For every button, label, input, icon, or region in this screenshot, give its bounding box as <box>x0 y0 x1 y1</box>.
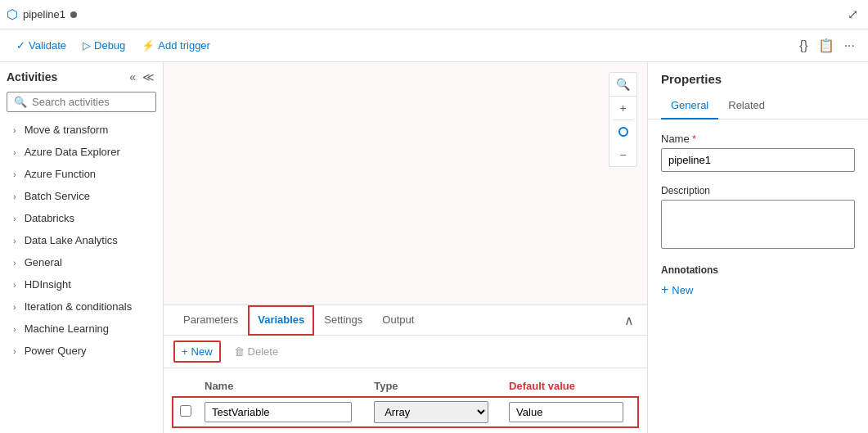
trigger-icon: ⚡ <box>142 39 155 52</box>
debug-icon: ▷ <box>83 39 91 52</box>
search-input[interactable] <box>32 96 149 108</box>
sidebar-icons: « ≪ <box>128 69 156 85</box>
name-required: * <box>692 133 696 145</box>
search-box: 🔍 <box>7 92 156 112</box>
sidebar-item-batch-service[interactable]: › Batch Service <box>0 185 163 207</box>
sidebar-item-power-query[interactable]: › Power Query <box>0 340 163 362</box>
chevron-icon: › <box>13 280 16 290</box>
debug-button[interactable]: ▷ Debug <box>76 36 132 55</box>
chevron-icon: › <box>13 324 16 334</box>
top-bar-left: ⬡ pipeline1 <box>7 7 841 22</box>
zoom-controls: 🔍 + − <box>609 72 637 167</box>
variable-name-input[interactable] <box>205 402 352 422</box>
zoom-slider[interactable] <box>618 120 628 143</box>
description-field: Description <box>661 185 855 251</box>
add-trigger-button[interactable]: ⚡ Add trigger <box>135 36 217 55</box>
canvas-main: 🔍 + − <box>164 62 647 304</box>
sidebar-item-azure-data-explorer[interactable]: › Azure Data Explorer <box>0 141 163 163</box>
row-checkbox[interactable] <box>180 405 191 417</box>
more-options-icon[interactable]: ··· <box>841 37 858 55</box>
annotations-label: Annotations <box>661 264 855 276</box>
sidebar-item-label: Data Lake Analytics <box>25 234 118 246</box>
delete-icon: 🗑 <box>234 345 245 358</box>
sidebar-item-label: Move & transform <box>25 124 109 136</box>
tab-parameters[interactable]: Parameters <box>173 305 248 336</box>
toolbar-right: {} 📋 ··· <box>796 36 858 55</box>
plus-icon: + <box>182 345 188 358</box>
description-textarea[interactable] <box>661 200 855 249</box>
plus-icon: + <box>661 282 668 297</box>
validate-button[interactable]: ✓ Validate <box>10 36 73 55</box>
sidebar-item-databricks[interactable]: › Databricks <box>0 207 163 229</box>
delete-variable-button[interactable]: 🗑 Delete <box>227 342 286 361</box>
name-field: Name * <box>661 133 855 172</box>
tab-output[interactable]: Output <box>372 305 424 336</box>
chevron-icon: › <box>13 125 16 135</box>
bottom-panel: Parameters Variables Settings Output ∧ +… <box>164 304 647 433</box>
annotations-section: Annotations + New <box>661 264 855 297</box>
variable-default-input[interactable] <box>509 402 623 422</box>
modified-indicator <box>70 11 77 18</box>
props-tab-related[interactable]: Related <box>718 92 775 120</box>
main-layout: Activities « ≪ 🔍 › Move & transform › Az… <box>0 62 868 433</box>
variables-table: Name Type Default value Array <box>173 375 637 426</box>
chevron-icon: › <box>13 302 16 312</box>
canvas-area: 🔍 + − Parameters Variables Settings Outp… <box>164 62 647 433</box>
expand-icon[interactable]: ⤢ <box>844 5 861 24</box>
chevron-icon: › <box>13 346 16 356</box>
table-row: Array String Boolean <box>173 398 637 427</box>
pipeline-title: pipeline1 <box>23 8 65 20</box>
properties-body: Name * Description Annotations + New <box>648 120 868 433</box>
tab-settings[interactable]: Settings <box>314 305 372 336</box>
annotations-new-button[interactable]: + New <box>661 282 693 297</box>
collapse-panel-button[interactable]: ∧ <box>621 309 637 332</box>
zoom-thumb <box>618 127 628 137</box>
zoom-in-button[interactable]: + <box>613 97 632 120</box>
sidebar-item-label: Azure Data Explorer <box>25 146 120 158</box>
chevron-icon: › <box>13 192 16 201</box>
tab-variables[interactable]: Variables <box>248 305 314 336</box>
col-name: Name <box>198 375 367 398</box>
properties-header: Properties <box>648 62 868 92</box>
sidebar-item-label: Machine Learning <box>25 322 109 335</box>
properties-tabs: General Related <box>648 92 868 120</box>
sidebar-item-hdinsight[interactable]: › HDInsight <box>0 273 163 295</box>
chevron-icon: › <box>13 236 16 246</box>
chevron-icon: › <box>13 147 16 157</box>
sidebar-item-iteration-conditionals[interactable]: › Iteration & conditionals <box>0 295 163 318</box>
zoom-out-button[interactable]: − <box>613 143 632 166</box>
variable-type-select[interactable]: Array String Boolean <box>374 401 488 423</box>
toolbar: ✓ Validate ▷ Debug ⚡ Add trigger {} 📋 ··… <box>0 29 868 62</box>
sidebar-item-machine-learning[interactable]: › Machine Learning <box>0 318 163 340</box>
properties-toggle-icon[interactable]: 📋 <box>815 36 838 55</box>
sidebar-item-azure-function[interactable]: › Azure Function <box>0 163 163 185</box>
code-icon[interactable]: {} <box>796 37 812 55</box>
chevron-icon: › <box>13 258 16 268</box>
sidebar-item-label: HDInsight <box>25 278 71 291</box>
sidebar-item-data-lake-analytics[interactable]: › Data Lake Analytics <box>0 229 163 251</box>
sidebar-item-label: Databricks <box>25 212 74 224</box>
top-bar-right: ⤢ <box>844 5 861 24</box>
sidebar-expand-icon[interactable]: ≪ <box>141 69 156 85</box>
name-label: Name * <box>661 133 855 145</box>
chevron-icon: › <box>13 214 16 223</box>
sidebar-item-label: Batch Service <box>25 190 90 202</box>
name-input[interactable] <box>661 148 855 172</box>
pipeline-icon: ⬡ <box>7 7 18 22</box>
sidebar-list: › Move & transform › Azure Data Explorer… <box>0 119 163 433</box>
search-canvas-icon[interactable]: 🔍 <box>609 73 636 97</box>
sidebar-item-label: Power Query <box>25 345 87 357</box>
chevron-icon: › <box>13 169 16 179</box>
bottom-toolbar: + New 🗑 Delete <box>164 336 647 368</box>
new-variable-button[interactable]: + New <box>173 341 221 363</box>
sidebar-item-move-transform[interactable]: › Move & transform <box>0 119 163 141</box>
sidebar-item-general[interactable]: › General <box>0 251 163 273</box>
sidebar-collapse-icon[interactable]: « <box>128 69 137 85</box>
properties-panel: Properties General Related Name * Descri… <box>647 62 868 433</box>
sidebar-header: Activities « ≪ <box>0 62 163 88</box>
validate-icon: ✓ <box>16 39 25 52</box>
props-tab-general[interactable]: General <box>661 92 718 120</box>
col-type: Type <box>367 375 502 398</box>
search-icon: 🔍 <box>14 96 27 108</box>
bottom-tabs: Parameters Variables Settings Output ∧ <box>164 305 647 336</box>
